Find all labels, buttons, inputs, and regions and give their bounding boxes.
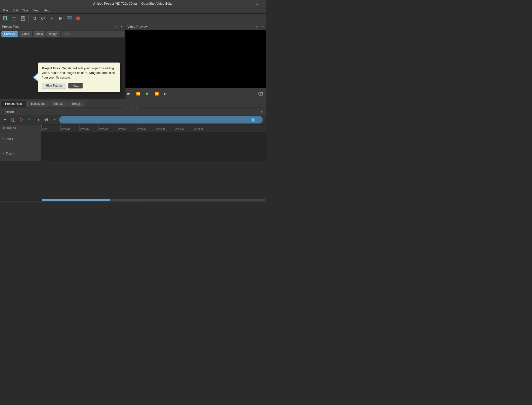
svg-marker-24	[37, 118, 39, 121]
tooltip-arrow-fg	[34, 74, 38, 81]
video-preview-title: Video Preview	[127, 25, 148, 28]
tooltip-arrow-bg	[33, 73, 38, 82]
timeline-scrollbar[interactable]	[0, 198, 266, 201]
top-panels: Project Files ⧉ ✕ Show All Video Audio I…	[0, 23, 266, 99]
play-button[interactable]: ▶	[144, 90, 151, 97]
svg-rect-15	[259, 92, 263, 95]
close-button[interactable]: ✕	[260, 2, 264, 6]
filter-video[interactable]: Video	[19, 31, 32, 37]
bottom-drag-dots: • • • • • •	[126, 201, 140, 203]
filter-show-all[interactable]: Show All	[1, 31, 18, 37]
track-5-content[interactable]	[41, 132, 266, 146]
record-button[interactable]	[74, 15, 82, 22]
tooltip-actions: Hide Tutorial Next	[42, 83, 116, 88]
filter-bar: Show All Video Audio Image	[0, 30, 125, 38]
minimize-button[interactable]: —	[249, 2, 253, 6]
titlebar: Untitled Project [HD 720p 30 fps] - Open…	[0, 0, 266, 7]
menubar: File Edit Title View Help	[0, 7, 266, 14]
jump-start-button[interactable]	[35, 116, 42, 123]
redo-button[interactable]	[39, 15, 47, 22]
add-transition-button[interactable]	[26, 116, 34, 123]
timeline-scrubber[interactable]	[59, 116, 263, 123]
project-files-panel: Project Files ⧉ ✕ Show All Video Audio I…	[0, 23, 125, 99]
center-timeline-button[interactable]	[51, 116, 58, 123]
skip-to-start-button[interactable]: ⏮	[125, 90, 132, 97]
track-4-content[interactable]	[41, 146, 266, 161]
video-panel-close[interactable]: ✕	[260, 25, 264, 29]
tab-transitions[interactable]: Transitions	[27, 101, 50, 107]
tooltip-text: Project Files: Get started with your pro…	[42, 66, 116, 80]
menu-view[interactable]: View	[30, 8, 41, 13]
save-project-button[interactable]	[19, 15, 27, 22]
timeline-header: Timeline ⚙	[0, 108, 266, 115]
panel-detach-button[interactable]: ⧉	[115, 25, 118, 29]
add-track-button[interactable]: +	[1, 116, 9, 123]
svg-point-14	[76, 17, 80, 20]
track-4-playhead	[42, 146, 42, 161]
window-controls: — □ ✕	[249, 2, 264, 6]
table-row: ▼ Track 4	[0, 146, 266, 161]
project-files-header: Project Files ⧉ ✕	[0, 23, 125, 30]
scrollbar-track[interactable]	[42, 199, 266, 201]
tutorial-tooltip: Project Files: Get started with your pro…	[38, 62, 120, 92]
ruler-mark-4: 00:01:04	[117, 124, 136, 131]
new-project-button[interactable]	[1, 15, 9, 22]
fast-forward-button[interactable]: ⏩	[153, 90, 160, 97]
track-4-collapse[interactable]: ▼	[2, 152, 4, 155]
timeline-settings-button[interactable]: ⚙	[260, 110, 264, 114]
export-button[interactable]	[65, 15, 73, 22]
video-preview-header: Video Preview ⧉ ✕	[125, 23, 266, 30]
bottom-drag-handle[interactable]: • • • • • •	[0, 201, 266, 202]
tab-emojis[interactable]: Emojis	[68, 101, 85, 107]
undo-button[interactable]	[30, 15, 38, 22]
ruler-mark-7: 00:01:52	[174, 124, 193, 131]
hide-tutorial-button[interactable]: Hide Tutorial	[42, 83, 66, 88]
preview-button[interactable]	[57, 15, 64, 22]
track-4-label: ▼ Track 4	[0, 146, 41, 161]
snap-tool-button[interactable]	[10, 116, 17, 123]
skip-to-end-button[interactable]: ⏭	[162, 90, 169, 97]
menu-edit[interactable]: Edit	[10, 8, 20, 13]
screenshot-button[interactable]	[257, 90, 264, 97]
project-files-title: Project Files	[2, 25, 19, 28]
video-preview-area	[125, 30, 266, 88]
rewind-button[interactable]: ⏪	[135, 90, 142, 97]
tab-project-files[interactable]: Project Files	[1, 101, 26, 107]
filter-audio[interactable]: Audio	[33, 31, 46, 37]
toolbar-separator-1	[28, 15, 29, 22]
razor-tool-button[interactable]	[18, 116, 25, 123]
panel-header-controls: ⧉ ✕	[115, 25, 123, 29]
filter-input[interactable]	[61, 31, 124, 37]
open-project-button[interactable]	[10, 15, 18, 22]
svg-marker-26	[45, 118, 47, 121]
scrubber-handle[interactable]	[251, 118, 255, 122]
maximize-button[interactable]: □	[255, 2, 259, 6]
tab-effects[interactable]: Effects	[50, 101, 67, 107]
next-button[interactable]: Next	[68, 83, 83, 88]
video-preview-panel: Video Preview ⧉ ✕ ⏮ ⏪ ▶ ⏩ ⏭	[125, 23, 266, 99]
menu-help[interactable]: Help	[42, 8, 52, 13]
timeline-toolbar: +	[0, 115, 266, 124]
timeline-title: Timeline	[2, 110, 14, 114]
ruler-mark-1: 00:00:16	[60, 124, 79, 131]
scrollbar-thumb[interactable]	[42, 199, 110, 201]
tooltip-title: Project Files:	[42, 67, 61, 70]
timeline-ruler: 00:00:00,01 0:00 00:00:16 00:00:32 00:00…	[0, 124, 266, 132]
table-row: ▼ Track 5	[0, 132, 266, 146]
timeline-section: Timeline ⚙ +	[0, 108, 266, 202]
track-5-name: Track 5	[6, 137, 16, 141]
video-panel-controls: ⧉ ✕	[255, 25, 264, 29]
jump-end-button[interactable]	[43, 116, 50, 123]
track-4-name: Track 4	[6, 152, 16, 155]
add-media-button[interactable]: +	[48, 15, 56, 22]
menu-title[interactable]: Title	[20, 8, 30, 13]
track-5-collapse[interactable]: ▼	[2, 138, 4, 140]
ruler-playhead	[42, 124, 42, 132]
panel-close-button[interactable]: ✕	[119, 25, 123, 29]
menu-file[interactable]: File	[1, 8, 10, 13]
main-layout: Project Files ⧉ ✕ Show All Video Audio I…	[0, 23, 266, 202]
project-files-content: Project Files: Get started with your pro…	[0, 38, 125, 99]
filter-image[interactable]: Image	[46, 31, 60, 37]
ruler-mark-6: 00:01:36	[155, 124, 174, 131]
video-panel-detach[interactable]: ⧉	[255, 25, 259, 29]
